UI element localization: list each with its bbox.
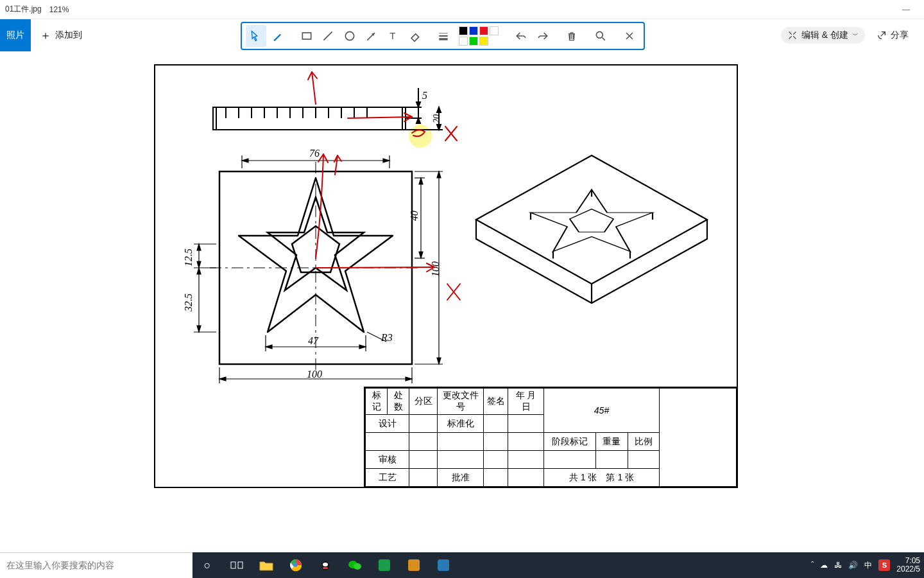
tray-chevron-icon[interactable]: ˆ — [811, 561, 814, 570]
engineering-drawing: 100 47 76 40 100 12.5 32.5 R3 5 20 — [154, 64, 738, 488]
dim-100: 100 — [307, 369, 322, 380]
dim-r3: R3 — [381, 332, 393, 344]
tb-scale: 比例 — [628, 433, 660, 451]
dim-20: 20 — [432, 114, 442, 123]
rect-tool[interactable] — [296, 25, 317, 47]
swatch-white[interactable] — [490, 26, 499, 35]
dim-12.5: 12.5 — [183, 249, 194, 267]
svg-rect-64 — [238, 562, 243, 568]
window-minimize-button[interactable]: — — [893, 5, 919, 14]
redo-button[interactable] — [533, 25, 553, 47]
text-tool[interactable]: T — [383, 25, 404, 47]
tb-hdr-sign: 签名 — [484, 389, 508, 415]
swatch-green[interactable] — [469, 37, 478, 46]
svg-line-9 — [603, 38, 605, 40]
swatch-black[interactable] — [459, 26, 468, 35]
file-name: 01工件.jpg — [5, 4, 42, 15]
svg-rect-72 — [379, 559, 390, 571]
svg-rect-73 — [408, 559, 420, 571]
tb-hdr-count: 处数 — [388, 389, 409, 415]
add-to-button[interactable]: ＋ 添加到 — [31, 28, 91, 43]
delete-button[interactable] — [561, 25, 582, 47]
svg-rect-63 — [231, 562, 235, 568]
cortana-icon[interactable]: ○ — [193, 552, 222, 578]
wechat-icon[interactable] — [340, 552, 370, 578]
windows-taskbar: 在这里输入你要搜索的内容 ○ ˆ ☁ 🖧 🔊 中 S 7:05 2022/5 — [0, 552, 924, 578]
tb-hdr-date: 年 月 日 — [508, 389, 544, 415]
app-icon-1[interactable] — [370, 552, 399, 578]
line-tool[interactable] — [318, 25, 338, 47]
swatch-red[interactable] — [479, 26, 488, 35]
tools-icon — [787, 30, 798, 40]
share-button[interactable]: 分享 — [877, 30, 909, 41]
taskview-icon[interactable] — [222, 552, 252, 578]
app-toolbar-row: 照片 ＋ 添加到 T — [0, 19, 924, 51]
svg-rect-0 — [302, 33, 311, 39]
swatch-yellow[interactable] — [479, 37, 488, 46]
svg-rect-69 — [323, 567, 328, 569]
tb-stage: 阶段标记 — [544, 433, 596, 451]
tray-sound-icon[interactable]: 🔊 — [848, 561, 858, 570]
tb-sheets: 共 1 张 第 1 张 — [544, 469, 660, 487]
dim-100r: 100 — [430, 261, 441, 277]
svg-line-1 — [324, 31, 332, 40]
tray-clock[interactable]: 7:05 2022/5 — [896, 557, 920, 574]
tb-review: 审核 — [366, 451, 409, 469]
svg-point-68 — [323, 563, 328, 566]
edit-create-button[interactable]: 编辑 & 创建 ﹀ — [781, 27, 865, 44]
svg-rect-12 — [213, 107, 406, 130]
tb-hdr-zone: 分区 — [409, 389, 438, 415]
tb-weight: 重量 — [596, 433, 628, 451]
swatch-blue[interactable] — [469, 26, 478, 35]
clock-date: 2022/5 — [896, 565, 920, 574]
taskbar-search-placeholder: 在这里输入你要搜索的内容 — [6, 560, 114, 572]
window-titlebar: 01工件.jpg 121% — — [0, 0, 924, 19]
tray-ime-label[interactable]: 中 — [864, 560, 872, 571]
app-icon-2[interactable] — [399, 552, 429, 578]
circle-tool[interactable] — [339, 25, 360, 47]
dim-40: 40 — [409, 211, 420, 221]
annotation-toolbar: T — [241, 22, 645, 50]
zoom-level: 121% — [49, 5, 69, 14]
dim-47: 47 — [308, 335, 318, 347]
file-explorer-icon[interactable] — [252, 552, 281, 578]
app-icon-3[interactable] — [429, 552, 458, 578]
svg-text:T: T — [389, 30, 395, 41]
dim-5: 5 — [422, 90, 427, 101]
tb-approve: 批准 — [438, 469, 484, 487]
tb-right-empty — [660, 389, 737, 487]
stroke-width-tool[interactable] — [433, 25, 454, 47]
tray-onedrive-icon[interactable]: ☁ — [820, 561, 828, 570]
dim-76: 76 — [309, 148, 320, 159]
tray-sogou-icon[interactable]: S — [878, 559, 890, 571]
taskbar-search[interactable]: 在这里输入你要搜索的内容 — [0, 552, 193, 578]
system-tray: ˆ ☁ 🖧 🔊 中 S 7:05 2022/5 — [811, 557, 924, 574]
color-swatches — [459, 26, 499, 46]
pen-tool[interactable] — [268, 25, 288, 47]
chrome-icon[interactable] — [281, 552, 311, 578]
undo-button[interactable] — [511, 25, 531, 47]
title-block: 标记 处数 分区 更改文件号 签名 年 月 日 45# 设计 标准化 阶段标记 … — [364, 387, 737, 487]
qq-icon[interactable] — [311, 552, 340, 578]
tray-network-icon[interactable]: 🖧 — [834, 561, 842, 570]
arrow-tool[interactable] — [361, 25, 382, 47]
dim-32.5: 32.5 — [183, 293, 194, 311]
tb-hdr-docno: 更改文件号 — [438, 389, 484, 415]
swatch-white2[interactable] — [459, 37, 468, 46]
svg-point-8 — [596, 31, 603, 38]
chevron-down-icon: ﹀ — [852, 31, 859, 40]
eraser-tool[interactable] — [404, 25, 425, 47]
share-icon — [877, 30, 887, 40]
tb-std: 标准化 — [438, 415, 484, 433]
close-annotation-button[interactable] — [619, 25, 640, 47]
tb-hdr-mark: 标记 — [366, 389, 388, 415]
plus-icon: ＋ — [40, 28, 51, 43]
tb-material: 45# — [544, 389, 660, 433]
zoom-button[interactable] — [590, 25, 611, 47]
select-tool[interactable] — [246, 25, 266, 47]
svg-point-71 — [354, 563, 361, 570]
photos-tab[interactable]: 照片 — [0, 19, 31, 51]
tb-design: 设计 — [366, 415, 409, 433]
tb-process: 工艺 — [366, 469, 409, 487]
svg-point-2 — [345, 31, 354, 40]
